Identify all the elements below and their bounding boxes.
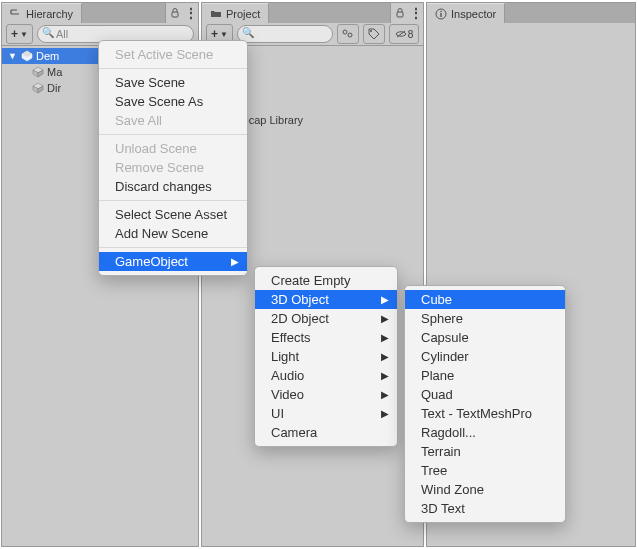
menu-item-cylinder[interactable]: Cylinder xyxy=(405,347,565,366)
hierarchy-search-value: All xyxy=(56,28,68,40)
submenu-arrow-icon: ▶ xyxy=(231,256,239,267)
lock-icon[interactable] xyxy=(165,3,184,23)
svg-rect-9 xyxy=(397,12,403,17)
menu-item-wind-zone[interactable]: Wind Zone xyxy=(405,480,565,499)
menu-item-camera[interactable]: Camera xyxy=(255,423,397,442)
menu-item-plane[interactable]: Plane xyxy=(405,366,565,385)
filter-by-label-button[interactable] xyxy=(363,24,385,44)
hierarchy-tabbar: Hierarchy ⋮ xyxy=(2,3,198,23)
menu-item-ragdoll[interactable]: Ragdoll... xyxy=(405,423,565,442)
inspector-tab[interactable]: Inspector xyxy=(427,3,505,24)
menu-item-capsule[interactable]: Capsule xyxy=(405,328,565,347)
menu-item-audio[interactable]: Audio▶ xyxy=(255,366,397,385)
project-search-input[interactable]: 🔍 xyxy=(237,25,333,43)
submenu-arrow-icon: ▶ xyxy=(381,313,389,324)
expand-arrow-icon: ▼ xyxy=(8,51,18,61)
cube-icon xyxy=(32,82,44,94)
search-icon: 🔍 xyxy=(42,27,54,38)
hierarchy-item-label: Dir xyxy=(47,82,61,94)
menu-item-3d-text[interactable]: 3D Text xyxy=(405,499,565,518)
context-menu-scene: Set Active Scene Save Scene Save Scene A… xyxy=(98,40,248,276)
workspace: Hierarchy ⋮ +▼ 🔍 All ▼ Dem xyxy=(0,0,637,549)
search-icon: 🔍 xyxy=(242,27,254,38)
menu-item-tree[interactable]: Tree xyxy=(405,461,565,480)
chevron-down-icon: ▼ xyxy=(20,30,28,39)
lock-icon[interactable] xyxy=(390,3,409,23)
cube-icon xyxy=(32,66,44,78)
menu-item-text-tmp[interactable]: Text - TextMeshPro xyxy=(405,404,565,423)
svg-point-12 xyxy=(370,30,372,32)
hierarchy-tab-label: Hierarchy xyxy=(26,8,73,20)
submenu-arrow-icon: ▶ xyxy=(381,408,389,419)
hidden-packages-button[interactable]: 8 xyxy=(389,24,419,44)
hierarchy-add-button[interactable]: +▼ xyxy=(6,24,33,44)
menu-item-unload-scene[interactable]: Unload Scene xyxy=(99,139,247,158)
menu-item-create-empty[interactable]: Create Empty xyxy=(255,271,397,290)
menu-separator xyxy=(99,134,247,135)
submenu-arrow-icon: ▶ xyxy=(381,351,389,362)
svg-rect-0 xyxy=(172,12,178,17)
chevron-down-icon: ▼ xyxy=(220,30,228,39)
add-plus-icon: + xyxy=(211,27,218,41)
submenu-arrow-icon: ▶ xyxy=(381,389,389,400)
hierarchy-item-label: Ma xyxy=(47,66,62,78)
menu-item-light[interactable]: Light▶ xyxy=(255,347,397,366)
menu-item-quad[interactable]: Quad xyxy=(405,385,565,404)
hidden-count: 8 xyxy=(408,29,414,40)
menu-item-cube[interactable]: Cube xyxy=(405,290,565,309)
menu-item-save-scene[interactable]: Save Scene xyxy=(99,73,247,92)
menu-item-select-scene-asset[interactable]: Select Scene Asset xyxy=(99,205,247,224)
project-tab[interactable]: Project xyxy=(202,3,269,24)
add-plus-icon: + xyxy=(11,27,18,41)
inspector-tabbar: Inspector xyxy=(427,3,635,23)
hierarchy-tab[interactable]: Hierarchy xyxy=(2,3,82,24)
menu-item-save-scene-as[interactable]: Save Scene As xyxy=(99,92,247,111)
menu-item-remove-scene[interactable]: Remove Scene xyxy=(99,158,247,177)
scene-name: Dem xyxy=(36,50,59,62)
menu-item-sphere[interactable]: Sphere xyxy=(405,309,565,328)
svg-point-15 xyxy=(440,11,442,13)
menu-item-3d-object[interactable]: 3D Object▶ xyxy=(255,290,397,309)
submenu-arrow-icon: ▶ xyxy=(381,332,389,343)
menu-item-save-all[interactable]: Save All xyxy=(99,111,247,130)
hierarchy-icon xyxy=(10,8,22,20)
svg-point-11 xyxy=(348,33,352,37)
unity-icon xyxy=(21,50,33,62)
context-menu-gameobject: Create Empty 3D Object▶ 2D Object▶ Effec… xyxy=(254,266,398,447)
menu-item-video[interactable]: Video▶ xyxy=(255,385,397,404)
menu-item-terrain[interactable]: Terrain xyxy=(405,442,565,461)
tabbar-spacer xyxy=(82,3,165,23)
menu-separator xyxy=(99,68,247,69)
tabbar-spacer xyxy=(269,3,390,23)
menu-item-gameobject[interactable]: GameObject▶ xyxy=(99,252,247,271)
svg-point-10 xyxy=(343,30,347,34)
panel-menu-icon[interactable]: ⋮ xyxy=(409,3,423,23)
menu-separator xyxy=(99,200,247,201)
project-tabbar: Project ⋮ xyxy=(202,3,423,23)
submenu-arrow-icon: ▶ xyxy=(381,294,389,305)
submenu-arrow-icon: ▶ xyxy=(381,370,389,381)
menu-item-add-new-scene[interactable]: Add New Scene xyxy=(99,224,247,243)
context-menu-3d-object: Cube Sphere Capsule Cylinder Plane Quad … xyxy=(404,285,566,523)
inspector-tab-label: Inspector xyxy=(451,8,496,20)
info-icon xyxy=(435,8,447,20)
menu-item-discard-changes[interactable]: Discard changes xyxy=(99,177,247,196)
menu-item-2d-object[interactable]: 2D Object▶ xyxy=(255,309,397,328)
svg-rect-16 xyxy=(440,13,441,17)
panel-menu-icon[interactable]: ⋮ xyxy=(184,3,198,23)
tabbar-spacer xyxy=(505,3,635,23)
menu-item-set-active-scene[interactable]: Set Active Scene xyxy=(99,45,247,64)
project-tab-label: Project xyxy=(226,8,260,20)
folder-icon xyxy=(210,8,222,20)
menu-separator xyxy=(99,247,247,248)
menu-item-effects[interactable]: Effects▶ xyxy=(255,328,397,347)
filter-by-type-button[interactable] xyxy=(337,24,359,44)
menu-item-ui[interactable]: UI▶ xyxy=(255,404,397,423)
